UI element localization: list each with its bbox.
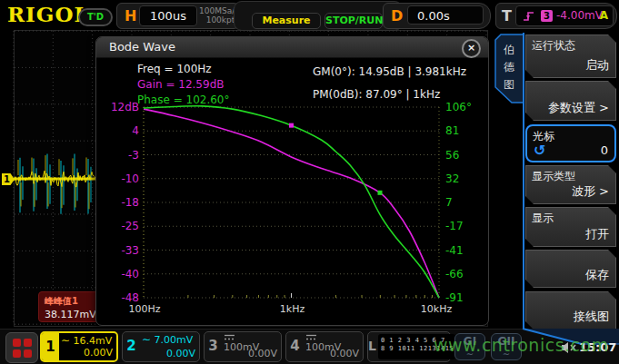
channel-readout: 100mV0.00V [222, 332, 281, 361]
channel-offset: 0.00V [330, 348, 359, 359]
channel-number: 2 [123, 332, 140, 361]
horizontal-group: H 100us 100MSa/s 100kpts [116, 3, 245, 29]
phase-axis-label: -66 [445, 268, 484, 280]
gain-readout: Gain = 12.59dB [137, 78, 224, 91]
channel-box-1[interactable]: 1∼ 16.4mV0.00V [40, 331, 118, 362]
channel-number: 4 [286, 332, 304, 361]
sidebar-tab-char: 德 [504, 60, 514, 75]
sidebar-item-参数设置[interactable]: 参数设置 > [525, 81, 616, 121]
delay-value[interactable]: 0.00s [407, 5, 484, 25]
gain-axis-label: 4 [101, 124, 139, 137]
trigger-status-badge: T'D [78, 8, 113, 26]
sidebar-item-label: 运行状态 [532, 38, 575, 54]
phase-axis-label: -17 [445, 220, 484, 232]
sidebar-item-value: 0 [601, 143, 608, 157]
gain-axis-label: -3 [101, 149, 139, 162]
sidebar-item-value: 启动 [585, 57, 609, 74]
sidebar-item-value: 参数设置 > [548, 100, 609, 116]
bode-wave-dialog: Bode Wave × Freq = 100Hz Gain = 12.59dB … [95, 36, 489, 326]
timebase-value[interactable]: 100us [139, 5, 197, 26]
channel-readout: 100mV0.00V [304, 332, 363, 361]
rigol-logo: RIGOL [7, 2, 90, 26]
dialog-titlebar[interactable]: Bode Wave × [96, 37, 488, 58]
sidebar-divider [523, 33, 524, 329]
sidebar-item-value: 保存 [585, 267, 609, 283]
sidebar-tab-char: 图 [504, 77, 514, 93]
phase-axis-label: 56 [445, 149, 484, 162]
channel-offset: 0.00V [84, 347, 113, 359]
sidebar-item-保存[interactable]: 保存 [525, 250, 616, 288]
measure-button[interactable]: Measure [252, 13, 321, 29]
sidebar-item-显示[interactable]: 显示打开 [525, 207, 616, 247]
sidebar-item-接线图[interactable]: 接线图 [525, 291, 616, 330]
grid-menu-icon[interactable] [5, 332, 38, 363]
delay-label: D [391, 7, 403, 25]
phase-readout: Phase = 102.60° [137, 93, 230, 106]
trigger-mode: A [600, 9, 608, 22]
freq-axis-label: 1kHz [270, 303, 315, 315]
channel-number: 1 [42, 333, 59, 360]
sidebar-item-运行状态[interactable]: 运行状态启动 [525, 34, 616, 78]
phase-margin-readout: PM(0dB): 87.09° | 1kHz [313, 88, 440, 101]
sidebar-item-显示类型[interactable]: 显示类型波形 > [525, 165, 616, 204]
channel-readout: ∼ 7.00mV0.00V [140, 332, 199, 361]
rotate-ccw-icon[interactable]: ↺ [534, 142, 545, 159]
channel-scale: ∼ 7.00mV [142, 333, 195, 346]
trigger-label: T [502, 7, 512, 25]
freq-axis-label: 10kHz [414, 303, 459, 315]
delay-group: D 0.00s [383, 3, 491, 29]
oscilloscope-screen: RIGOL T'D H 100us 100MSa/s 100kpts Measu… [0, 0, 619, 364]
channel-readout: ∼ 16.4mV0.00V [59, 333, 116, 360]
top-status-bar: RIGOL T'D H 100us 100MSa/s 100kpts Measu… [0, 0, 619, 30]
close-icon[interactable]: × [462, 39, 481, 58]
trigger-info-box: 3 -4.00mV A [515, 5, 614, 26]
gain-axis-label: -25 [101, 220, 139, 232]
freq-axis-label: 100Hz [122, 303, 167, 315]
trigger-group[interactable]: T 3 -4.00mV A [495, 3, 617, 29]
watermark: www.cntronics.com [434, 335, 619, 355]
channel-offset: 0.00V [166, 348, 195, 359]
gain-axis-label: -40 [101, 268, 139, 280]
channel-offset: 0.00V [248, 348, 277, 359]
horizontal-label: H [125, 7, 136, 25]
freq-readout: Freq = 100Hz [137, 63, 212, 75]
trigger-edge-icon [523, 10, 535, 22]
gain-axis-label: 12dB [101, 101, 139, 113]
sidebar-item-value: 打开 [585, 226, 609, 242]
logic-label: L [368, 332, 376, 361]
channel-box-4[interactable]: 4 100mV0.00V [285, 331, 364, 362]
sidebar-item-光标[interactable]: 光标↺0 [525, 124, 616, 162]
trigger-source-badge: 3 [541, 10, 553, 22]
channel-box-2[interactable]: 2∼ 7.00mV0.00V [122, 331, 200, 362]
gain-axis-label: -10 [101, 172, 139, 185]
gain-axis-label: -18 [101, 196, 139, 209]
channel-number: 3 [205, 332, 222, 361]
sidebar-item-label: 显示 [532, 211, 554, 226]
gain-margin-readout: GM(0°): 14.95dB | 3.981kHz [313, 65, 466, 78]
gain-axis-label: -48 [101, 291, 139, 304]
gain-axis-label: -33 [101, 244, 139, 257]
trigger-level-value: -4.00mV [556, 9, 603, 22]
sidebar-item-value: 接线图 [574, 309, 609, 325]
sidebar-tab-char: 伯 [504, 43, 514, 58]
sidebar-item-label: 显示类型 [532, 169, 575, 184]
dialog-title: Bode Wave [109, 40, 175, 54]
run-stop-button[interactable]: STOP/RUN [324, 13, 383, 29]
phase-axis-label: 106° [445, 101, 484, 113]
phase-axis-label: 32 [445, 172, 484, 185]
channel-scale: ∼ 16.4mV [61, 334, 113, 347]
phase-axis-label: -41 [445, 244, 484, 257]
sidebar-item-value: 波形 > [572, 183, 609, 200]
channel1-position-marker[interactable]: 1 [2, 173, 15, 185]
phase-axis-label: 7 [445, 196, 484, 209]
phase-axis-label: 81 [445, 124, 484, 137]
phase-axis-label: -91 [445, 291, 484, 304]
channel-box-3[interactable]: 3 100mV0.00V [204, 331, 282, 362]
